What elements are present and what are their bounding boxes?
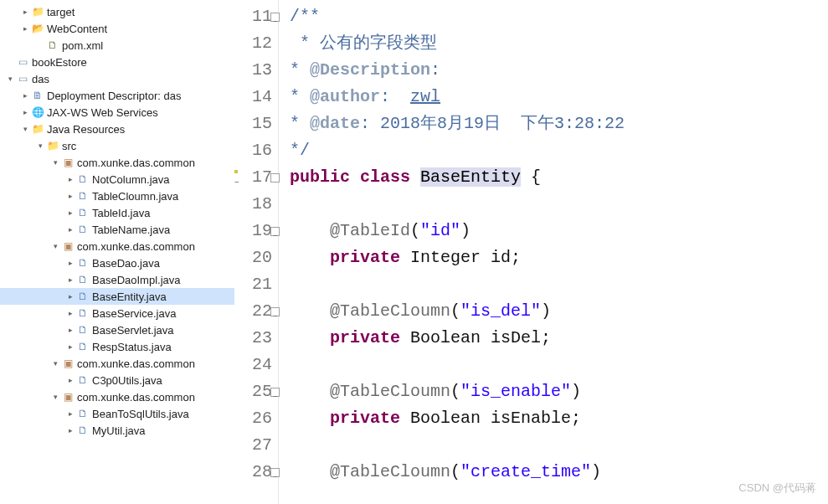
- tree-item-label: WebContent: [47, 23, 107, 35]
- tree-item-label: MyUtil.java: [92, 424, 146, 437]
- tree-item[interactable]: ▸🗋BeanToSqlUtils.java: [0, 405, 234, 422]
- tree-item[interactable]: ▾▣com.xunke.das.common: [0, 355, 234, 372]
- chevron-right-icon[interactable]: ▸: [65, 208, 75, 217]
- line-number: 13: [234, 57, 278, 84]
- code-area[interactable]: /** * 公有的字段类型* @Description:* @author: z…: [290, 0, 828, 504]
- tree-item[interactable]: ▸🗋MyUtil.java: [0, 422, 234, 439]
- tree-item[interactable]: ▸🗋BaseServlet.java: [0, 321, 234, 338]
- code-line[interactable]: private Integer id;: [290, 244, 828, 271]
- java-icon: 🗋: [76, 256, 90, 270]
- code-line[interactable]: [290, 352, 828, 378]
- chevron-down-icon[interactable]: ▾: [50, 393, 60, 401]
- tree-item[interactable]: ▸🗋TableId.java: [0, 204, 234, 221]
- tree-item[interactable]: ▸🗋BaseDao.java: [0, 255, 234, 271]
- code-line[interactable]: */: [290, 137, 828, 164]
- chevron-right-icon[interactable]: ▸: [65, 409, 75, 418]
- folder-open-icon: 📂: [31, 22, 44, 35]
- tree-item-label: Java Resources: [47, 123, 125, 136]
- chevron-right-icon[interactable]: ▸: [65, 225, 75, 234]
- tree-item-label: src: [62, 140, 76, 152]
- tree-item[interactable]: ▾▣com.xunke.das.common: [0, 154, 234, 171]
- tree-item[interactable]: ▾▭das: [0, 70, 234, 87]
- code-line[interactable]: private Boolean isEnable;: [290, 405, 828, 432]
- code-line[interactable]: [290, 432, 828, 459]
- folder-blue-icon: 📁: [31, 122, 44, 136]
- tree-item-label: com.xunke.das.common: [77, 357, 195, 370]
- chevron-right-icon[interactable]: ▸: [65, 309, 75, 317]
- tree-item-label: TableCloumn.java: [92, 190, 178, 203]
- chevron-right-icon[interactable]: ▸: [20, 108, 30, 116]
- chevron-right-icon[interactable]: ▸: [65, 342, 75, 351]
- tree-item[interactable]: ▾▣com.xunke.das.common: [0, 388, 234, 405]
- tree-item[interactable]: 🗋pom.xml: [0, 37, 234, 54]
- java-icon: 🗋: [76, 290, 90, 303]
- tree-item[interactable]: ▸🗋NotColumn.java: [0, 171, 234, 188]
- tree-item[interactable]: ▸🗎Deployment Descriptor: das: [0, 87, 234, 104]
- tree-item[interactable]: ▾📁Java Resources: [0, 121, 234, 137]
- chevron-down-icon[interactable]: ▾: [50, 359, 60, 368]
- java-icon: 🗋: [76, 223, 90, 236]
- code-line[interactable]: @TableCloumn("is_enable"): [290, 378, 828, 405]
- tree-item[interactable]: ▸🌐JAX-WS Web Services: [0, 104, 234, 121]
- package-explorer[interactable]: ▸📁target▸📂WebContent🗋pom.xml▭bookEstore▾…: [0, 0, 234, 504]
- chevron-down-icon[interactable]: ▾: [50, 158, 60, 167]
- tree-item[interactable]: ▸🗋C3p0Utils.java: [0, 372, 234, 388]
- line-number: 28: [234, 459, 278, 486]
- chevron-right-icon[interactable]: ▸: [65, 192, 75, 200]
- editor[interactable]: 111213141516171819202122232425262728 /**…: [234, 0, 828, 504]
- chevron-down-icon[interactable]: ▾: [20, 125, 30, 133]
- tree-item[interactable]: ▸📁target: [0, 3, 234, 20]
- tree-item-label: BeanToSqlUtils.java: [92, 408, 189, 420]
- tree-item[interactable]: ▾▣com.xunke.das.common: [0, 238, 234, 255]
- chevron-right-icon[interactable]: ▸: [65, 175, 75, 183]
- chevron-right-icon[interactable]: ▸: [20, 8, 30, 16]
- tree-item[interactable]: ▸🗋TableName.java: [0, 221, 234, 238]
- tree-item-label: RespStatus.java: [92, 341, 172, 353]
- code-line[interactable]: [290, 271, 828, 298]
- chevron-right-icon[interactable]: ▸: [65, 275, 75, 284]
- chevron-down-icon[interactable]: ▾: [50, 242, 60, 250]
- tree-item-label: TableId.java: [92, 207, 150, 219]
- tree-item-label: NotColumn.java: [92, 173, 170, 186]
- line-number: 25: [234, 378, 278, 405]
- tree-item[interactable]: ▭bookEstore: [0, 54, 234, 70]
- chevron-down-icon[interactable]: ▾: [5, 75, 15, 83]
- chevron-right-icon[interactable]: ▸: [65, 426, 75, 435]
- tree-item-label: target: [47, 6, 75, 18]
- tree-item[interactable]: ▸📂WebContent: [0, 20, 234, 37]
- doc-icon: 🗎: [31, 89, 44, 102]
- tree-item-label: TableName.java: [92, 224, 170, 236]
- line-number: 22: [234, 298, 278, 325]
- java-icon: 🗋: [76, 206, 90, 219]
- tree-item[interactable]: ▸🗋BaseService.java: [0, 305, 234, 321]
- chevron-right-icon[interactable]: ▸: [65, 259, 75, 267]
- code-line[interactable]: [290, 191, 828, 218]
- tree-item[interactable]: ▸🗋TableCloumn.java: [0, 188, 234, 204]
- code-line[interactable]: * 公有的字段类型: [290, 30, 828, 57]
- chevron-right-icon[interactable]: ▸: [65, 326, 75, 334]
- tree-item[interactable]: ▸🗋BaseDaoImpl.java: [0, 271, 234, 288]
- tree-item[interactable]: ▾📁src: [0, 137, 234, 154]
- code-line[interactable]: /**: [290, 3, 828, 30]
- line-number: 18: [234, 191, 278, 218]
- tree-item[interactable]: ▸🗋BaseEntity.java: [0, 288, 234, 305]
- chevron-right-icon[interactable]: ▸: [20, 91, 30, 100]
- chevron-right-icon[interactable]: ▸: [65, 376, 75, 384]
- code-line[interactable]: * @author: zwl: [290, 84, 828, 111]
- code-line[interactable]: * @Description:: [290, 57, 828, 84]
- watermark: CSDN @代码蒋: [738, 481, 816, 496]
- code-line[interactable]: private Boolean isDel;: [290, 325, 828, 352]
- chevron-right-icon[interactable]: ▸: [65, 292, 75, 301]
- line-number: 27: [234, 432, 278, 459]
- chevron-right-icon[interactable]: ▸: [20, 24, 30, 33]
- code-line[interactable]: public class BaseEntity {: [290, 164, 828, 191]
- tree-item-label: pom.xml: [62, 39, 103, 52]
- line-number: 19: [234, 218, 278, 244]
- folder-src-icon: 📁: [46, 139, 59, 152]
- tree-item[interactable]: ▸🗋RespStatus.java: [0, 338, 234, 355]
- code-line[interactable]: * @date: 2018年8月19日 下午3:28:22: [290, 111, 828, 137]
- chevron-down-icon[interactable]: ▾: [35, 141, 45, 150]
- code-line[interactable]: @TableCloumn("is_del"): [290, 298, 828, 325]
- code-line[interactable]: @TableId("id"): [290, 218, 828, 244]
- line-number: 15: [234, 111, 278, 137]
